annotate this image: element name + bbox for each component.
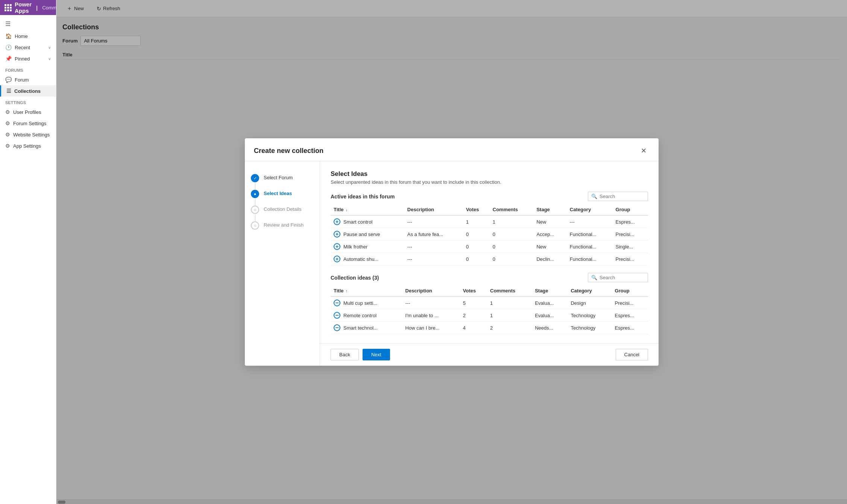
remove-idea-icon[interactable]: −	[334, 312, 340, 319]
active-idea-title: Smart control	[343, 219, 372, 225]
active-ideas-label: Active ideas in this forum	[331, 194, 395, 200]
collection-ideas-search-input[interactable]	[600, 275, 645, 280]
collection-idea-title: Multi cup setti...	[343, 300, 377, 306]
sidebar-item-app-settings[interactable]: ⚙ App Settings	[0, 140, 56, 151]
collection-idea-stage: Evalua...	[532, 297, 568, 309]
collection-idea-row[interactable]: − Multi cup setti... --- 5 1 Evalua... D…	[331, 297, 648, 309]
active-idea-group: Espres...	[613, 215, 648, 228]
remove-idea-icon[interactable]: −	[334, 324, 340, 331]
modal-overlay: Create new collection ✕ ✓ Select Forum ●…	[56, 0, 847, 504]
active-ideas-search-input[interactable]	[600, 194, 645, 199]
active-idea-row[interactable]: + Automatic shu... --- 0 0 Declin... Fun…	[331, 253, 648, 265]
step-select-forum: ✓ Select Forum	[251, 170, 314, 186]
collection-ideas-header: Collection ideas (3) 🔍	[331, 273, 648, 282]
collection-idea-description: I'm unable to ...	[402, 309, 460, 322]
back-button[interactable]: Back	[331, 349, 359, 360]
collection-idea-category: Technology	[568, 322, 612, 334]
sidebar-item-user-profiles-label: User Profiles	[13, 109, 41, 115]
add-idea-icon[interactable]: +	[334, 231, 340, 238]
modal-footer: Back Next Cancel	[320, 343, 659, 366]
sidebar-menu-toggle[interactable]: ☰	[0, 17, 56, 30]
collection-idea-group: Espres...	[612, 309, 648, 322]
collection-th-title: Title ↑	[331, 285, 402, 297]
active-idea-description: As a future fea...	[404, 228, 463, 241]
settings-section-label: Settings	[0, 97, 56, 106]
collection-search-icon: 🔍	[591, 275, 597, 280]
pinned-icon: 📌	[5, 56, 12, 62]
collection-idea-category: Technology	[568, 309, 612, 322]
wizard-steps: ✓ Select Forum ● Select Ideas ○ Collecti…	[245, 161, 320, 366]
content-section-title: Select Ideas	[331, 170, 648, 178]
active-idea-group: Precisi...	[613, 253, 648, 265]
collection-th-stage: Stage	[532, 285, 568, 297]
active-th-votes: Votes	[463, 204, 490, 215]
collection-idea-row[interactable]: − Smart technol... How can I bre... 4 2 …	[331, 322, 648, 334]
collection-idea-title-cell: − Remote control	[331, 309, 402, 322]
collection-th-votes: Votes	[460, 285, 487, 297]
recent-chevron-icon: ∨	[48, 45, 51, 50]
collection-idea-row[interactable]: − Remote control I'm unable to ... 2 1 E…	[331, 309, 648, 322]
active-idea-stage: New	[533, 215, 566, 228]
next-button[interactable]: Next	[363, 349, 390, 360]
sidebar-item-forum-settings[interactable]: ⚙ Forum Settings	[0, 118, 56, 129]
step-select-ideas: ● Select Ideas	[251, 186, 314, 202]
pinned-chevron-icon: ∨	[48, 57, 51, 61]
collection-th-group: Group	[612, 285, 648, 297]
app-name: Power Apps	[15, 1, 32, 14]
add-idea-icon[interactable]: +	[334, 256, 340, 262]
modal-body: ✓ Select Forum ● Select Ideas ○ Collecti…	[245, 161, 659, 366]
collection-idea-votes: 2	[460, 309, 487, 322]
active-idea-stage: Declin...	[533, 253, 566, 265]
active-idea-row[interactable]: + Milk frother --- 0 0 New Functional...…	[331, 241, 648, 253]
active-th-group: Group	[613, 204, 648, 215]
active-idea-description: ---	[404, 215, 463, 228]
active-idea-row[interactable]: + Pause and serve As a future fea... 0 0…	[331, 228, 648, 241]
active-th-category: Category	[567, 204, 613, 215]
title-sort-down-icon: ↓	[346, 208, 348, 212]
sidebar-item-app-settings-label: App Settings	[13, 143, 41, 149]
active-idea-row[interactable]: + Smart control --- 1 1 New --- Espres..…	[331, 215, 648, 228]
active-idea-title: Automatic shu...	[343, 256, 378, 262]
collection-idea-group: Precisi...	[612, 297, 648, 309]
sidebar-item-forum[interactable]: 💬 Forum	[0, 74, 56, 85]
sidebar-item-pinned[interactable]: 📌 Pinned ∨	[0, 53, 56, 64]
active-table-header-row: Title ↓ Description Votes Comments Stage…	[331, 204, 648, 215]
collection-idea-group: Espres...	[612, 322, 648, 334]
collections-icon: ☰	[6, 88, 11, 94]
footer-left: Back Next	[331, 349, 390, 360]
main-area: ＋ New ↻ Refresh Collections Forum Title …	[56, 0, 847, 504]
active-idea-votes: 0	[463, 241, 490, 253]
cancel-button[interactable]: Cancel	[616, 349, 648, 360]
sidebar-item-user-profiles[interactable]: ⚙ User Profiles	[0, 106, 56, 118]
collection-idea-description: How can I bre...	[402, 322, 460, 334]
collection-ideas-search-box[interactable]: 🔍	[588, 273, 648, 282]
collection-title-sort-icon: ↑	[346, 289, 348, 293]
content-section-subtitle: Select unparented ideas in this forum th…	[331, 179, 648, 185]
collection-idea-stage: Needs...	[532, 322, 568, 334]
sidebar-item-home[interactable]: 🏠 Home	[0, 30, 56, 42]
step-ideas-label: Select Ideas	[264, 190, 292, 196]
remove-idea-icon[interactable]: −	[334, 300, 340, 306]
modal-main: Select Ideas Select unparented ideas in …	[320, 161, 659, 366]
active-th-comments: Comments	[490, 204, 534, 215]
add-idea-icon[interactable]: +	[334, 243, 340, 250]
active-idea-stage: Accep...	[533, 228, 566, 241]
active-idea-votes: 0	[463, 228, 490, 241]
app-header: Power Apps | Community	[0, 0, 56, 15]
active-idea-stage: New	[533, 241, 566, 253]
add-idea-icon[interactable]: +	[334, 218, 340, 225]
modal-close-button[interactable]: ✕	[638, 145, 650, 156]
active-th-title: Title ↓	[331, 204, 404, 215]
user-profiles-icon: ⚙	[5, 109, 10, 115]
active-idea-title-cell: + Milk frother	[331, 241, 404, 253]
active-th-description: Description	[404, 204, 463, 215]
modal-content-area: Select Ideas Select unparented ideas in …	[320, 161, 659, 343]
active-ideas-search-box[interactable]: 🔍	[588, 192, 648, 201]
sidebar-item-pinned-label: Pinned	[15, 56, 30, 62]
collection-table-header-row: Title ↑ Description Votes Comments Stage…	[331, 285, 648, 297]
active-idea-votes: 1	[463, 215, 490, 228]
sidebar-item-collections[interactable]: ☰ Collections	[0, 85, 56, 97]
sidebar-item-recent[interactable]: 🕐 Recent ∨	[0, 42, 56, 53]
collection-idea-stage: Evalua...	[532, 309, 568, 322]
sidebar-item-website-settings[interactable]: ⚙ Website Settings	[0, 129, 56, 140]
